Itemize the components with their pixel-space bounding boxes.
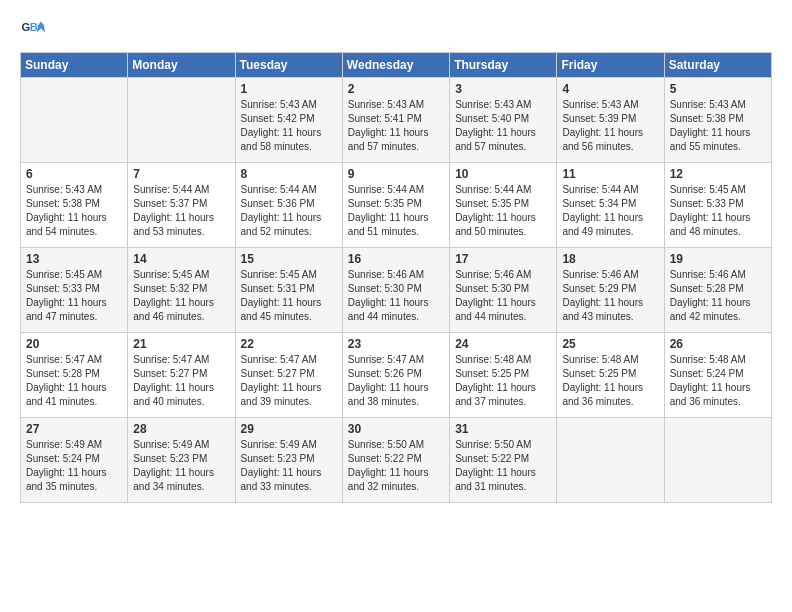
- day-number: 28: [133, 422, 229, 436]
- day-header-sunday: Sunday: [21, 53, 128, 78]
- cell-info: Sunrise: 5:44 AM Sunset: 5:34 PM Dayligh…: [562, 183, 658, 239]
- cell-info: Sunrise: 5:44 AM Sunset: 5:35 PM Dayligh…: [348, 183, 444, 239]
- calendar-cell: 31Sunrise: 5:50 AM Sunset: 5:22 PM Dayli…: [450, 418, 557, 503]
- cell-info: Sunrise: 5:46 AM Sunset: 5:30 PM Dayligh…: [348, 268, 444, 324]
- day-number: 10: [455, 167, 551, 181]
- week-row-3: 13Sunrise: 5:45 AM Sunset: 5:33 PM Dayli…: [21, 248, 772, 333]
- calendar-cell: 13Sunrise: 5:45 AM Sunset: 5:33 PM Dayli…: [21, 248, 128, 333]
- day-number: 8: [241, 167, 337, 181]
- cell-info: Sunrise: 5:45 AM Sunset: 5:31 PM Dayligh…: [241, 268, 337, 324]
- calendar-cell: 14Sunrise: 5:45 AM Sunset: 5:32 PM Dayli…: [128, 248, 235, 333]
- cell-info: Sunrise: 5:46 AM Sunset: 5:29 PM Dayligh…: [562, 268, 658, 324]
- day-header-thursday: Thursday: [450, 53, 557, 78]
- cell-info: Sunrise: 5:48 AM Sunset: 5:25 PM Dayligh…: [562, 353, 658, 409]
- cell-info: Sunrise: 5:45 AM Sunset: 5:33 PM Dayligh…: [670, 183, 766, 239]
- week-row-2: 6Sunrise: 5:43 AM Sunset: 5:38 PM Daylig…: [21, 163, 772, 248]
- day-number: 12: [670, 167, 766, 181]
- cell-info: Sunrise: 5:50 AM Sunset: 5:22 PM Dayligh…: [455, 438, 551, 494]
- calendar-cell: 27Sunrise: 5:49 AM Sunset: 5:24 PM Dayli…: [21, 418, 128, 503]
- calendar-cell: 28Sunrise: 5:49 AM Sunset: 5:23 PM Dayli…: [128, 418, 235, 503]
- calendar-cell: 19Sunrise: 5:46 AM Sunset: 5:28 PM Dayli…: [664, 248, 771, 333]
- day-number: 3: [455, 82, 551, 96]
- cell-info: Sunrise: 5:49 AM Sunset: 5:23 PM Dayligh…: [241, 438, 337, 494]
- calendar-cell: 20Sunrise: 5:47 AM Sunset: 5:28 PM Dayli…: [21, 333, 128, 418]
- day-number: 4: [562, 82, 658, 96]
- calendar-cell: 26Sunrise: 5:48 AM Sunset: 5:24 PM Dayli…: [664, 333, 771, 418]
- cell-info: Sunrise: 5:43 AM Sunset: 5:38 PM Dayligh…: [26, 183, 122, 239]
- cell-info: Sunrise: 5:45 AM Sunset: 5:32 PM Dayligh…: [133, 268, 229, 324]
- cell-info: Sunrise: 5:47 AM Sunset: 5:27 PM Dayligh…: [133, 353, 229, 409]
- cell-info: Sunrise: 5:43 AM Sunset: 5:42 PM Dayligh…: [241, 98, 337, 154]
- svg-text:G: G: [21, 21, 30, 33]
- day-number: 18: [562, 252, 658, 266]
- calendar-cell: 9Sunrise: 5:44 AM Sunset: 5:35 PM Daylig…: [342, 163, 449, 248]
- calendar-cell: 29Sunrise: 5:49 AM Sunset: 5:23 PM Dayli…: [235, 418, 342, 503]
- day-header-monday: Monday: [128, 53, 235, 78]
- week-row-4: 20Sunrise: 5:47 AM Sunset: 5:28 PM Dayli…: [21, 333, 772, 418]
- calendar-cell: 11Sunrise: 5:44 AM Sunset: 5:34 PM Dayli…: [557, 163, 664, 248]
- cell-info: Sunrise: 5:43 AM Sunset: 5:38 PM Dayligh…: [670, 98, 766, 154]
- day-number: 23: [348, 337, 444, 351]
- day-header-saturday: Saturday: [664, 53, 771, 78]
- calendar-cell: 6Sunrise: 5:43 AM Sunset: 5:38 PM Daylig…: [21, 163, 128, 248]
- day-number: 27: [26, 422, 122, 436]
- cell-info: Sunrise: 5:49 AM Sunset: 5:24 PM Dayligh…: [26, 438, 122, 494]
- cell-info: Sunrise: 5:46 AM Sunset: 5:30 PM Dayligh…: [455, 268, 551, 324]
- calendar-cell: 25Sunrise: 5:48 AM Sunset: 5:25 PM Dayli…: [557, 333, 664, 418]
- day-header-tuesday: Tuesday: [235, 53, 342, 78]
- calendar-cell: 5Sunrise: 5:43 AM Sunset: 5:38 PM Daylig…: [664, 78, 771, 163]
- day-number: 6: [26, 167, 122, 181]
- day-number: 29: [241, 422, 337, 436]
- calendar-cell: [21, 78, 128, 163]
- day-number: 13: [26, 252, 122, 266]
- day-number: 7: [133, 167, 229, 181]
- day-number: 21: [133, 337, 229, 351]
- cell-info: Sunrise: 5:49 AM Sunset: 5:23 PM Dayligh…: [133, 438, 229, 494]
- calendar-cell: 17Sunrise: 5:46 AM Sunset: 5:30 PM Dayli…: [450, 248, 557, 333]
- calendar-cell: 16Sunrise: 5:46 AM Sunset: 5:30 PM Dayli…: [342, 248, 449, 333]
- day-header-wednesday: Wednesday: [342, 53, 449, 78]
- day-number: 5: [670, 82, 766, 96]
- day-header-friday: Friday: [557, 53, 664, 78]
- calendar-cell: 10Sunrise: 5:44 AM Sunset: 5:35 PM Dayli…: [450, 163, 557, 248]
- day-number: 30: [348, 422, 444, 436]
- calendar-cell: 22Sunrise: 5:47 AM Sunset: 5:27 PM Dayli…: [235, 333, 342, 418]
- cell-info: Sunrise: 5:44 AM Sunset: 5:35 PM Dayligh…: [455, 183, 551, 239]
- calendar-cell: [128, 78, 235, 163]
- calendar-table: SundayMondayTuesdayWednesdayThursdayFrid…: [20, 52, 772, 503]
- cell-info: Sunrise: 5:43 AM Sunset: 5:41 PM Dayligh…: [348, 98, 444, 154]
- cell-info: Sunrise: 5:43 AM Sunset: 5:39 PM Dayligh…: [562, 98, 658, 154]
- calendar-cell: 24Sunrise: 5:48 AM Sunset: 5:25 PM Dayli…: [450, 333, 557, 418]
- calendar-body: 1Sunrise: 5:43 AM Sunset: 5:42 PM Daylig…: [21, 78, 772, 503]
- calendar-cell: [557, 418, 664, 503]
- calendar-cell: 15Sunrise: 5:45 AM Sunset: 5:31 PM Dayli…: [235, 248, 342, 333]
- page-header: G B: [20, 16, 772, 44]
- cell-info: Sunrise: 5:48 AM Sunset: 5:25 PM Dayligh…: [455, 353, 551, 409]
- calendar-cell: 1Sunrise: 5:43 AM Sunset: 5:42 PM Daylig…: [235, 78, 342, 163]
- calendar-cell: 8Sunrise: 5:44 AM Sunset: 5:36 PM Daylig…: [235, 163, 342, 248]
- day-number: 26: [670, 337, 766, 351]
- calendar-cell: 18Sunrise: 5:46 AM Sunset: 5:29 PM Dayli…: [557, 248, 664, 333]
- day-number: 22: [241, 337, 337, 351]
- cell-info: Sunrise: 5:45 AM Sunset: 5:33 PM Dayligh…: [26, 268, 122, 324]
- day-number: 1: [241, 82, 337, 96]
- day-number: 17: [455, 252, 551, 266]
- cell-info: Sunrise: 5:50 AM Sunset: 5:22 PM Dayligh…: [348, 438, 444, 494]
- calendar-cell: 4Sunrise: 5:43 AM Sunset: 5:39 PM Daylig…: [557, 78, 664, 163]
- calendar-header-row: SundayMondayTuesdayWednesdayThursdayFrid…: [21, 53, 772, 78]
- logo: G B: [20, 16, 52, 44]
- cell-info: Sunrise: 5:44 AM Sunset: 5:37 PM Dayligh…: [133, 183, 229, 239]
- day-number: 24: [455, 337, 551, 351]
- calendar-cell: 21Sunrise: 5:47 AM Sunset: 5:27 PM Dayli…: [128, 333, 235, 418]
- cell-info: Sunrise: 5:44 AM Sunset: 5:36 PM Dayligh…: [241, 183, 337, 239]
- cell-info: Sunrise: 5:43 AM Sunset: 5:40 PM Dayligh…: [455, 98, 551, 154]
- calendar-cell: 30Sunrise: 5:50 AM Sunset: 5:22 PM Dayli…: [342, 418, 449, 503]
- week-row-1: 1Sunrise: 5:43 AM Sunset: 5:42 PM Daylig…: [21, 78, 772, 163]
- calendar-cell: 2Sunrise: 5:43 AM Sunset: 5:41 PM Daylig…: [342, 78, 449, 163]
- logo-icon: G B: [20, 16, 48, 44]
- calendar-cell: 12Sunrise: 5:45 AM Sunset: 5:33 PM Dayli…: [664, 163, 771, 248]
- day-number: 20: [26, 337, 122, 351]
- cell-info: Sunrise: 5:48 AM Sunset: 5:24 PM Dayligh…: [670, 353, 766, 409]
- cell-info: Sunrise: 5:47 AM Sunset: 5:27 PM Dayligh…: [241, 353, 337, 409]
- day-number: 16: [348, 252, 444, 266]
